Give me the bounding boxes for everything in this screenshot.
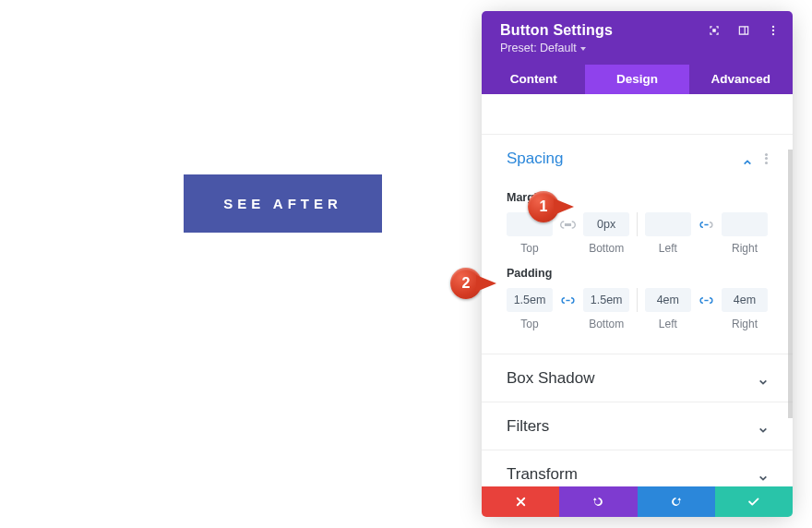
chevron-up-icon: [743, 154, 752, 163]
section-filters: Filters: [482, 402, 793, 450]
save-button[interactable]: [715, 486, 793, 517]
more-icon[interactable]: [767, 24, 780, 37]
undo-button[interactable]: [559, 486, 637, 517]
panel-body: Spacing Margin Top Bottom Left Right: [482, 94, 793, 486]
svg-point-2: [772, 33, 774, 35]
panel-footer: [482, 486, 793, 517]
link-horizontal-icon[interactable]: [698, 212, 715, 236]
section-filters-title: Filters: [507, 417, 549, 436]
section-more-icon[interactable]: [765, 153, 768, 164]
section-box-shadow: Box Shadow: [482, 354, 793, 402]
preset-label: Preset: Default: [500, 42, 577, 54]
settings-panel: Button Settings Preset: Default Content …: [482, 11, 793, 517]
margin-row: Top Bottom Left Right: [507, 212, 768, 255]
chevron-down-icon: [758, 422, 768, 431]
section-cutoff-top: [482, 94, 793, 135]
section-transform: Transform: [482, 450, 793, 486]
margin-left-label: Left: [659, 242, 677, 255]
preview-button[interactable]: SEE AFTER: [184, 174, 382, 233]
margin-right-label: Right: [732, 242, 758, 255]
tab-content[interactable]: Content: [482, 65, 585, 94]
margin-top-label: Top: [520, 242, 538, 255]
margin-left-input[interactable]: [645, 212, 691, 236]
preview-button-label: SEE AFTER: [223, 196, 342, 211]
expand-icon[interactable]: [708, 24, 721, 37]
section-filters-header[interactable]: Filters: [507, 402, 768, 450]
link-vertical-icon[interactable]: [559, 212, 577, 236]
caret-down-icon: [580, 47, 586, 51]
section-box-shadow-header[interactable]: Box Shadow: [507, 354, 768, 402]
margin-top-input[interactable]: [507, 212, 553, 236]
divider: [637, 288, 638, 312]
tabs: Content Design Advanced: [482, 65, 793, 94]
padding-left-input[interactable]: [645, 288, 691, 312]
padding-label: Padding: [507, 267, 768, 280]
padding-row: Top Bottom Left Right: [507, 288, 768, 330]
padding-left-label: Left: [659, 318, 677, 330]
margin-label: Margin: [507, 191, 768, 204]
link-horizontal-icon[interactable]: [698, 288, 715, 312]
section-box-shadow-title: Box Shadow: [507, 369, 594, 388]
tab-design[interactable]: Design: [585, 65, 688, 94]
scrollbar[interactable]: [788, 150, 793, 418]
padding-top-input[interactable]: [507, 288, 553, 312]
svg-point-1: [772, 30, 774, 31]
section-transform-header[interactable]: Transform: [507, 450, 768, 486]
chevron-down-icon: [758, 374, 768, 383]
padding-top-label: Top: [520, 318, 538, 330]
padding-right-input[interactable]: [722, 288, 768, 312]
dock-icon[interactable]: [737, 24, 750, 37]
padding-bottom-label: Bottom: [589, 318, 624, 330]
padding-bottom-input[interactable]: [583, 288, 629, 312]
margin-bottom-label: Bottom: [589, 242, 624, 255]
redo-button[interactable]: [638, 486, 715, 517]
svg-point-0: [772, 26, 774, 28]
tab-advanced[interactable]: Advanced: [689, 65, 793, 94]
margin-bottom-input[interactable]: [583, 212, 629, 236]
section-spacing-header[interactable]: Spacing: [507, 135, 768, 182]
divider: [637, 212, 638, 236]
preset-selector[interactable]: Preset: Default: [500, 42, 774, 54]
section-spacing: Spacing Margin Top Bottom Left Right: [482, 135, 793, 354]
margin-right-input[interactable]: [722, 212, 768, 236]
section-spacing-title: Spacing: [507, 150, 563, 168]
section-transform-title: Transform: [507, 465, 578, 484]
link-vertical-icon[interactable]: [559, 288, 577, 312]
padding-right-label: Right: [732, 318, 758, 330]
cancel-button[interactable]: [482, 486, 559, 517]
chevron-down-icon: [758, 470, 768, 479]
panel-header: Button Settings Preset: Default: [482, 11, 793, 65]
